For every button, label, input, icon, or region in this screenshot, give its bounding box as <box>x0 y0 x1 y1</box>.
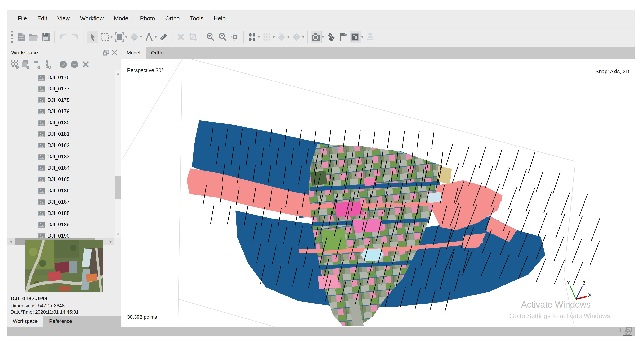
photo-icon <box>38 177 45 182</box>
menu-photo[interactable]: Photo <box>135 15 160 22</box>
add-chunk-button[interactable] <box>10 59 20 69</box>
tab-reference[interactable]: Reference <box>44 316 78 326</box>
show-markers-button[interactable] <box>325 31 336 43</box>
textured-dropdown-caret[interactable]: ▾ <box>302 35 304 40</box>
photo-list-item[interactable]: DJI_0180 <box>7 117 115 128</box>
shaded-dropdown-caret[interactable]: ▾ <box>287 35 290 40</box>
save-project-button[interactable] <box>40 31 51 43</box>
menu-help[interactable]: Help <box>209 15 231 22</box>
zoom-out-button[interactable] <box>217 31 228 43</box>
delete-button[interactable] <box>175 31 186 43</box>
draw-dropdown-caret[interactable]: ▾ <box>155 35 157 40</box>
camera-tick <box>486 166 493 188</box>
scroll-left-arrow[interactable]: ◀ <box>7 238 14 245</box>
stacked-view-button[interactable] <box>364 31 376 43</box>
menu-tools[interactable]: Tools <box>185 15 209 22</box>
vertical-scroll-thumb[interactable] <box>115 176 121 199</box>
photo-list-vertical-scrollbar[interactable]: ▲ ▼ <box>115 70 121 238</box>
show-cameras-button[interactable] <box>310 31 322 43</box>
region-dropdown-caret[interactable]: ▾ <box>125 35 127 40</box>
camera-tick <box>579 194 588 217</box>
add-marker-button[interactable] <box>32 59 42 69</box>
disable-cameras-button[interactable] <box>70 59 80 69</box>
add-scalebar-button[interactable] <box>43 59 53 69</box>
show-images-button[interactable] <box>350 31 361 43</box>
dense-cloud-dropdown-caret[interactable]: ▾ <box>272 35 275 40</box>
rotate-diamond-icon <box>130 32 138 42</box>
select-tool-button[interactable] <box>87 31 98 43</box>
selection-dropdown-caret[interactable]: ▾ <box>110 35 112 40</box>
cameras-dropdown-caret[interactable]: ▾ <box>322 35 324 40</box>
photo-label: DJI_0179 <box>48 108 70 114</box>
photo-list-item[interactable]: DJI_0186 <box>7 185 115 196</box>
panel-float-button[interactable] <box>102 49 110 57</box>
undo-button[interactable] <box>58 31 68 43</box>
add-chunk-icon <box>10 60 19 69</box>
ruler-button[interactable] <box>158 31 169 43</box>
photo-list-item[interactable]: DJI_0181 <box>7 128 115 140</box>
zoom-in-button[interactable] <box>205 31 216 43</box>
photo-preview[interactable] <box>26 240 103 292</box>
redo-button[interactable] <box>70 31 81 43</box>
photo-list-item[interactable]: DJI_0187 <box>7 196 115 208</box>
reset-view-button[interactable] <box>229 31 240 43</box>
images-dropdown-caret[interactable]: ▾ <box>361 35 363 40</box>
photo-list-item[interactable]: DJI_0182 <box>7 140 115 151</box>
menu-edit[interactable]: Edit <box>32 15 52 22</box>
gpu-status-icon[interactable] <box>620 327 633 336</box>
menu-model[interactable]: Model <box>109 15 135 22</box>
model-textured-button[interactable] <box>291 31 302 43</box>
toolbar-drag-handle[interactable] <box>10 31 14 43</box>
photo-info: DJI_0187.JPG Dimensions: 5472 x 3648 Dat… <box>10 295 118 316</box>
menu-ortho[interactable]: Ortho <box>160 15 185 22</box>
rectangle-selection-button[interactable] <box>99 31 110 43</box>
model-viewport[interactable]: Perspective 30° Snap: Axis, 3D 30,392 po… <box>122 59 634 326</box>
tab-ortho[interactable]: Ortho <box>146 47 169 59</box>
point-cloud-button[interactable] <box>246 31 258 43</box>
add-photos-button[interactable] <box>21 59 31 69</box>
scroll-right-arrow[interactable]: ▶ <box>107 238 114 245</box>
show-labels-button[interactable] <box>338 31 348 43</box>
tab-model[interactable]: Model <box>121 47 146 59</box>
new-project-button[interactable] <box>16 31 27 43</box>
camera-tick <box>210 205 214 224</box>
photo-list-item[interactable]: DJI_0184 <box>7 162 115 174</box>
draw-tool-button[interactable] <box>144 31 154 43</box>
menu-workflow[interactable]: Workflow <box>75 15 109 22</box>
tab-workspace[interactable]: Workspace <box>7 316 44 326</box>
photo-label: DJI_0186 <box>48 188 70 194</box>
panel-close-button[interactable] <box>110 49 119 57</box>
photo-list-item[interactable]: DJI_0178 <box>7 95 115 106</box>
menu-view[interactable]: View <box>52 15 75 22</box>
model-shaded-button[interactable] <box>276 31 287 43</box>
status-bar <box>7 326 634 336</box>
enable-cameras-button[interactable] <box>58 59 68 69</box>
scroll-down-arrow[interactable]: ▼ <box>115 231 121 238</box>
photo-list-item[interactable]: DJI_0185 <box>7 174 115 185</box>
photo-icon <box>38 188 45 194</box>
zoom-out-icon <box>218 33 227 41</box>
photo-list-item[interactable]: DJI_0176 <box>7 72 115 83</box>
layers-icon <box>366 32 375 42</box>
photo-label: DJI_0178 <box>48 97 70 103</box>
dense-cloud-button[interactable] <box>261 31 272 43</box>
photo-list-item[interactable]: DJI_0188 <box>7 208 115 219</box>
photo-list-item[interactable]: DJI_0179 <box>7 106 115 117</box>
lawn-green <box>322 229 346 251</box>
photo-list-item[interactable]: DJI_0190 <box>7 230 115 238</box>
photo-list-item[interactable]: DJI_0177 <box>7 83 115 95</box>
open-folder-icon <box>29 33 38 41</box>
photo-list-item[interactable]: DJI_0183 <box>7 151 115 162</box>
rotate-object-button[interactable] <box>129 31 140 43</box>
camera-tick <box>502 167 510 189</box>
open-project-button[interactable] <box>28 31 39 43</box>
crop-button[interactable] <box>188 31 199 43</box>
menu-file[interactable]: File <box>12 15 32 22</box>
camera-tick <box>556 214 565 238</box>
photo-list-item[interactable]: DJI_0189 <box>7 219 115 230</box>
rotate-dropdown-caret[interactable]: ▾ <box>140 35 142 40</box>
point-cloud-dropdown-caret[interactable]: ▾ <box>258 35 260 40</box>
resize-region-button[interactable] <box>114 31 125 43</box>
remove-item-button[interactable] <box>80 59 90 69</box>
scroll-up-arrow[interactable]: ▲ <box>115 70 121 77</box>
